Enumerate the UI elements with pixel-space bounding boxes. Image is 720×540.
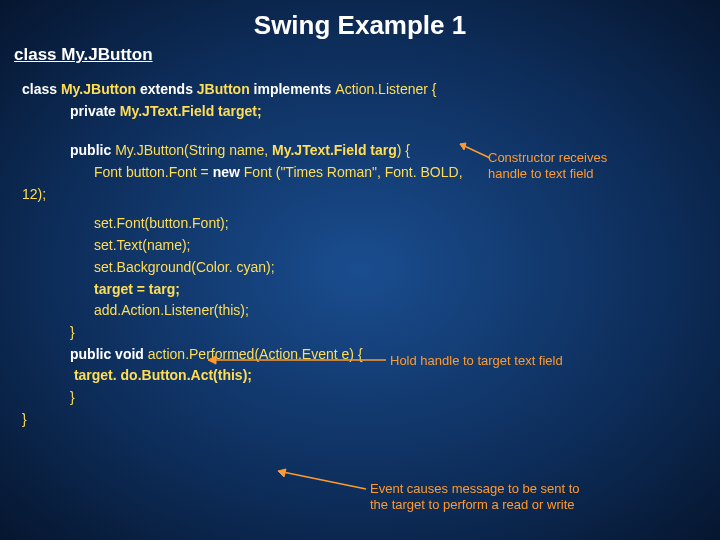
arrow-icon (200, 352, 390, 368)
annotation-hold-handle: Hold handle to target text field (390, 353, 563, 369)
code-line: class My.JButton extends JButton impleme… (22, 79, 720, 101)
ctor-sig-a: My.JButton(String name, (115, 142, 272, 158)
code-line: } (22, 387, 720, 409)
field-decl: My.JText.Field target; (120, 103, 262, 119)
close-brace-method: } (70, 389, 75, 405)
kw-class: class (22, 81, 61, 97)
font-decl-b: Font ("Times Roman", Font. BOLD, (244, 164, 463, 180)
code-line: } (22, 322, 720, 344)
close-brace-class: } (22, 411, 27, 427)
font-size-arg: 12); (22, 186, 46, 202)
ctor-sig-b: ) { (397, 142, 410, 158)
stmt-settext: set.Text(name); (94, 237, 190, 253)
code-line: set.Background(Color. cyan); (22, 257, 720, 279)
stmt-addlistener: add.Action.Listener(this); (94, 302, 249, 318)
arrow-icon (454, 140, 494, 164)
ctor-param-type: My.JText.Field targ (272, 142, 397, 158)
code-line: public My.JButton(String name, My.JText.… (22, 140, 720, 162)
stmt-setfont: set.Font(button.Font); (94, 215, 229, 231)
stmt-setbg: set.Background(Color. cyan); (94, 259, 275, 275)
annotation-constructor: Constructor receives handle to text fiel… (488, 150, 607, 183)
svg-line-4 (278, 471, 366, 489)
font-decl-a: Font button.Font = (94, 164, 213, 180)
code-line: target. do.Button.Act(this); (22, 365, 720, 387)
code-line: } (22, 409, 720, 431)
svg-marker-5 (278, 469, 286, 477)
arrow-icon (270, 465, 370, 495)
code-line: Font button.Font = new Font ("Times Roma… (22, 162, 720, 184)
stmt-target-assign: target = targ; (94, 281, 180, 297)
kw-extends: extends (140, 81, 197, 97)
cls-name: My.JButton (61, 81, 140, 97)
stmt-dobuttonact: target. do.Button.Act(this); (70, 367, 252, 383)
code-line: target = targ; (22, 279, 720, 301)
code-line: set.Font(button.Font); (22, 213, 720, 235)
kw-new: new (213, 164, 244, 180)
svg-marker-3 (208, 356, 216, 364)
kw-public-void: public void (70, 346, 148, 362)
code-line: 12); (22, 184, 720, 206)
code-line: add.Action.Listener(this); (22, 300, 720, 322)
svg-marker-1 (460, 143, 466, 150)
close-brace-ctor: } (70, 324, 75, 340)
kw-private: private (70, 103, 120, 119)
code-block: class My.JButton extends JButton impleme… (0, 79, 720, 430)
kw-public: public (70, 142, 115, 158)
super-name: JButton (197, 81, 254, 97)
kw-implements: implements (254, 81, 336, 97)
iface-name: Action.Listener { (335, 81, 436, 97)
code-line: set.Text(name); (22, 235, 720, 257)
annotation-event: Event causes message to be sent to the t… (370, 481, 580, 514)
slide-title: Swing Example 1 (0, 0, 720, 45)
code-line: private My.JText.Field target; (22, 101, 720, 123)
slide-subtitle: class My.JButton (0, 45, 720, 79)
